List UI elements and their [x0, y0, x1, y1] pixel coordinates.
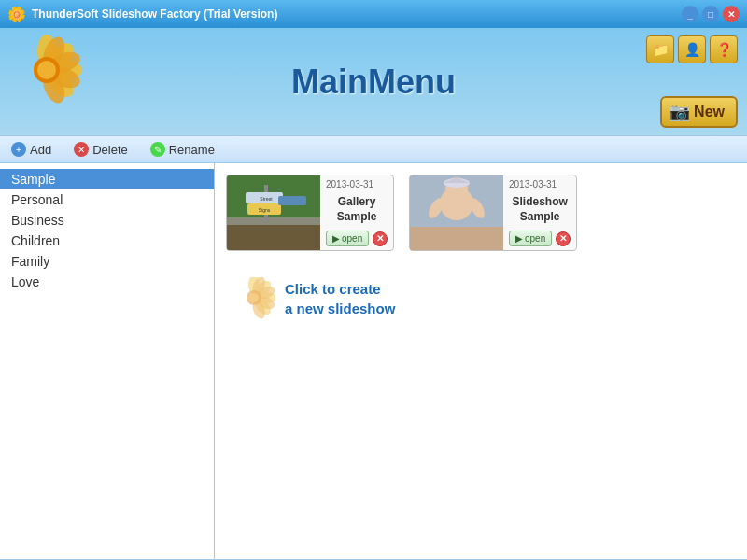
- user-button[interactable]: 👤: [678, 35, 706, 63]
- gallery-date: 2013-03-31: [326, 179, 388, 189]
- content: Sample Personal Business Children Family…: [0, 163, 747, 560]
- main-title: MainMenu: [291, 63, 456, 102]
- help-icon: ❓: [716, 42, 732, 57]
- gallery-thumb-image: Street Signs: [227, 175, 320, 250]
- slideshow-item-gallery[interactable]: Street Signs 2013-03-31 GallerySample ▶: [226, 175, 394, 251]
- add-icon: +: [11, 142, 26, 157]
- create-text: Click to create a new slideshow: [285, 279, 395, 318]
- slideshow-name: SlideshowSample: [509, 195, 571, 224]
- svg-rect-20: [410, 227, 503, 250]
- slideshow-open-label: open: [525, 233, 545, 244]
- svg-rect-12: [227, 217, 320, 225]
- delete-icon: ✕: [74, 142, 89, 157]
- user-icon: 👤: [684, 42, 700, 57]
- slideshow-actions: ▶ open ✕: [509, 231, 571, 246]
- sidebar-item-sample[interactable]: Sample: [0, 169, 214, 189]
- toolbar: + Add ✕ Delete ✎ Rename: [0, 135, 747, 163]
- delete-button[interactable]: ✕ Delete: [70, 140, 132, 159]
- maximize-button[interactable]: □: [702, 6, 719, 22]
- header-buttons: 📁 👤 ❓: [646, 35, 738, 63]
- add-button[interactable]: + Add: [7, 140, 55, 159]
- titlebar: 🌼 ThunderSoft Slideshow Factory (Trial V…: [0, 0, 747, 28]
- titlebar-left: 🌼 ThunderSoft Slideshow Factory (Trial V…: [7, 6, 277, 23]
- folder-button[interactable]: 📁: [646, 35, 674, 63]
- svg-text:Street: Street: [260, 196, 273, 202]
- minimize-button[interactable]: _: [682, 6, 698, 22]
- folder-icon: 📁: [653, 42, 669, 57]
- gallery-info: 2013-03-31 GallerySample ▶ open ✕: [320, 175, 393, 250]
- right-panel: Street Signs 2013-03-31 GallerySample ▶: [215, 163, 747, 560]
- sidebar: Sample Personal Business Children Family…: [0, 163, 215, 560]
- gallery-open-button[interactable]: ▶ open: [326, 231, 369, 246]
- rename-button[interactable]: ✎ Rename: [147, 140, 218, 159]
- app-icon: 🌼: [7, 6, 26, 23]
- gallery-open-label: open: [342, 233, 362, 244]
- svg-point-36: [249, 293, 259, 302]
- logo: [9, 33, 84, 107]
- rename-label: Rename: [169, 143, 215, 157]
- new-button-label: New: [694, 104, 725, 120]
- svg-text:Signs: Signs: [259, 207, 271, 213]
- gallery-thumb: Street Signs: [227, 175, 320, 250]
- gallery-delete-icon: ✕: [376, 233, 384, 244]
- slideshow-item-slideshow[interactable]: 2013-03-31 SlideshowSample ▶ open ✕: [409, 175, 577, 251]
- slideshow-open-button[interactable]: ▶ open: [509, 231, 552, 246]
- sidebar-item-love[interactable]: Love: [0, 272, 214, 292]
- svg-rect-11: [227, 222, 320, 250]
- add-label: Add: [30, 143, 51, 157]
- rename-icon: ✎: [150, 142, 165, 157]
- create-line1: Click to create: [285, 279, 395, 299]
- slideshow-delete-icon: ✕: [559, 233, 567, 244]
- close-button[interactable]: ✕: [723, 6, 740, 22]
- delete-label: Delete: [92, 143, 128, 157]
- main-window: MainMenu 📁 👤 ❓ 📷 New + Add ✕ Delete: [0, 28, 747, 560]
- sidebar-item-children[interactable]: Children: [0, 231, 214, 251]
- sidebar-item-personal[interactable]: Personal: [0, 189, 214, 210]
- camera-icon: 📷: [669, 102, 690, 122]
- sidebar-item-business[interactable]: Business: [0, 210, 214, 231]
- create-line2: a new slideshow: [285, 299, 395, 318]
- titlebar-controls: _ □ ✕: [682, 6, 740, 22]
- slideshow-info: 2013-03-31 SlideshowSample ▶ open ✕: [503, 175, 576, 250]
- gallery-name: GallerySample: [326, 195, 388, 224]
- items-container: Street Signs 2013-03-31 GallerySample ▶: [226, 175, 736, 251]
- slideshow-open-arrow-icon: ▶: [515, 233, 523, 244]
- create-icon: [233, 277, 275, 319]
- create-new-slideshow[interactable]: Click to create a new slideshow: [226, 270, 736, 327]
- slideshow-delete-button[interactable]: ✕: [556, 231, 571, 246]
- sidebar-item-family[interactable]: Family: [0, 251, 214, 272]
- slideshow-thumb-image: [410, 175, 503, 250]
- gallery-delete-button[interactable]: ✕: [373, 231, 388, 246]
- open-arrow-icon: ▶: [332, 233, 340, 244]
- gallery-actions: ▶ open ✕: [326, 231, 388, 246]
- new-button[interactable]: 📷 New: [660, 96, 738, 128]
- slideshow-date: 2013-03-31: [509, 179, 571, 189]
- help-button[interactable]: ❓: [710, 35, 738, 63]
- slideshow-thumb: [410, 175, 503, 250]
- svg-rect-18: [278, 196, 306, 205]
- header: MainMenu 📁 👤 ❓ 📷 New: [0, 28, 747, 135]
- titlebar-title: ThunderSoft Slideshow Factory (Trial Ver…: [32, 7, 277, 21]
- svg-point-9: [37, 61, 56, 79]
